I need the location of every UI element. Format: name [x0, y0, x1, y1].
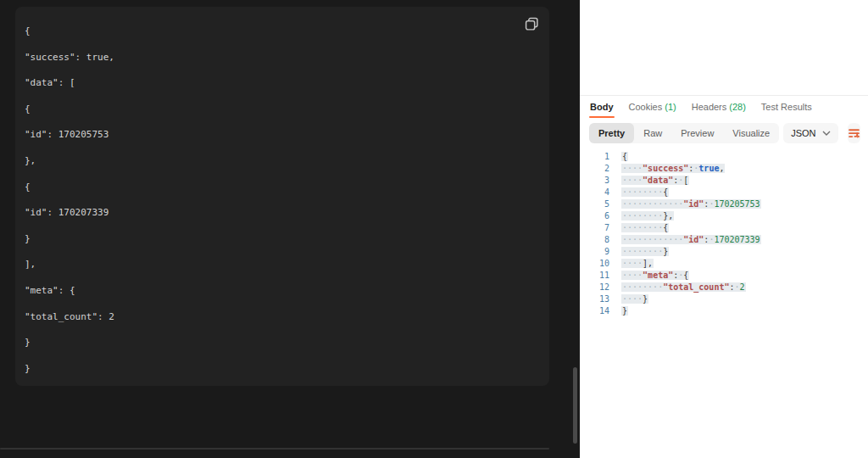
- selection-highlight: ····"success":·true,: [621, 164, 725, 173]
- selection-highlight: ········},: [621, 211, 674, 221]
- raw-json-text: { "success": true, "data": [ { "id": 170…: [25, 25, 515, 375]
- response-tabs: BodyCookies(1)Headers(28)Test Results: [589, 96, 813, 120]
- token-k: "data": [643, 176, 673, 185]
- vertical-scrollbar[interactable]: [573, 367, 577, 444]
- view-mode-visualize[interactable]: Visualize: [723, 123, 779, 143]
- token-p: {: [663, 187, 668, 197]
- tab-label: Cookies: [629, 102, 663, 112]
- token-p: ,: [719, 164, 724, 173]
- split-view: { "success": true, "data": [ { "id": 170…: [0, 0, 868, 458]
- copy-button[interactable]: [522, 16, 541, 35]
- code-block: { "success": true, "data": [ { "id": 170…: [15, 7, 549, 386]
- token-p: },: [663, 211, 673, 221]
- tab-label: Test Results: [761, 102, 812, 112]
- code-line: 6········},: [580, 210, 868, 222]
- dark-code-pane: { "success": true, "data": [ { "id": 170…: [0, 0, 580, 458]
- selection-highlight: {: [621, 152, 628, 161]
- indent-whitespace: ········: [622, 282, 663, 292]
- line-number: 12: [580, 282, 609, 293]
- line-number: 8: [580, 234, 609, 246]
- line-number: 3: [580, 175, 609, 187]
- indent-whitespace: ····: [622, 259, 643, 268]
- line-content: ····"meta":·{: [621, 270, 689, 282]
- line-number: 2: [580, 163, 609, 175]
- token-p: }: [643, 294, 648, 304]
- token-n: 2: [740, 282, 745, 292]
- selection-highlight: ····"data":·[: [621, 176, 689, 185]
- selection-highlight: ········{: [621, 187, 669, 197]
- code-line: 9········}: [580, 246, 868, 258]
- line-content: ········}: [621, 246, 669, 258]
- view-mode-raw[interactable]: Raw: [634, 123, 671, 143]
- code-line: 12········"total_count":·2: [580, 282, 868, 293]
- copy-icon: [525, 17, 539, 31]
- code-line: 3····"data":·[: [580, 175, 868, 187]
- line-content: ········},: [621, 210, 674, 222]
- line-content: }: [621, 305, 628, 317]
- code-line: 11····"meta":·{: [580, 270, 868, 282]
- line-number: 7: [580, 222, 609, 234]
- token-p: [: [683, 176, 688, 185]
- indent-whitespace: ········: [622, 223, 663, 232]
- view-mode-pretty[interactable]: Pretty: [589, 123, 634, 143]
- line-content: ········"total_count":·2: [621, 282, 746, 293]
- token-p: }: [622, 306, 627, 316]
- wrap-text-icon: [848, 127, 860, 140]
- selection-highlight: ····],: [621, 259, 654, 268]
- line-number: 10: [580, 258, 609, 270]
- line-number: 13: [580, 293, 609, 305]
- code-line: 1{: [580, 151, 868, 163]
- code-line: 2····"success":·true,: [580, 163, 868, 175]
- format-dropdown[interactable]: JSON: [783, 123, 837, 143]
- indent-whitespace: ····: [622, 271, 643, 280]
- token-b: true: [698, 164, 719, 173]
- code-line: 5············"id":·170205753: [580, 198, 868, 210]
- tab-body[interactable]: Body: [589, 96, 615, 120]
- response-toolbar: PrettyRawPreviewVisualize JSON: [589, 123, 859, 143]
- code-line: 4········{: [580, 187, 868, 198]
- json-pretty-viewer[interactable]: 1{2····"success":·true,3····"data":·[4··…: [580, 151, 868, 317]
- tab-headers[interactable]: Headers(28): [691, 96, 747, 120]
- indent-whitespace: ····: [622, 294, 643, 304]
- tab-cookies[interactable]: Cookies(1): [628, 96, 677, 120]
- view-mode-preview[interactable]: Preview: [671, 123, 723, 143]
- token-k: "id": [683, 235, 704, 244]
- line-content: ····}: [621, 293, 648, 305]
- token-p: {: [622, 152, 627, 161]
- tab-count-badge: (28): [729, 102, 746, 112]
- indent-whitespace: ············: [622, 235, 683, 244]
- line-content: ············"id":·170205753: [621, 198, 761, 210]
- line-content: ········{: [621, 187, 669, 198]
- wrap-text-button[interactable]: [848, 123, 860, 143]
- selection-highlight: ········{: [621, 223, 669, 232]
- selection-highlight: ····"meta":·{: [621, 271, 689, 280]
- selection-highlight: ····}: [621, 294, 648, 304]
- token-k: "total_count": [663, 282, 729, 292]
- token-p: }: [663, 247, 668, 256]
- horizontal-scrollbar[interactable]: [0, 448, 549, 450]
- tab-test-results[interactable]: Test Results: [760, 96, 813, 120]
- line-content: ····],: [621, 258, 654, 270]
- indent-whitespace: ····: [622, 164, 643, 173]
- selection-highlight: ············"id":·170205753: [621, 199, 761, 209]
- token-k: "id": [683, 199, 704, 209]
- indent-whitespace: ········: [622, 187, 663, 197]
- tab-count-badge: (1): [665, 102, 676, 112]
- token-k: "success": [643, 164, 688, 173]
- code-line: 13····}: [580, 293, 868, 305]
- token-n: 170207339: [714, 235, 760, 244]
- indent-whitespace: ········: [622, 211, 663, 221]
- indent-whitespace: ····: [622, 176, 643, 185]
- code-line: 8············"id":·170207339: [580, 234, 868, 246]
- line-number: 6: [580, 210, 609, 222]
- response-pane: BodyCookies(1)Headers(28)Test Results Pr…: [580, 0, 868, 458]
- indent-whitespace: ············: [622, 199, 683, 209]
- selection-highlight: ············"id":·170207339: [621, 235, 761, 244]
- token-p: {: [683, 271, 688, 280]
- code-line: 14}: [580, 305, 868, 317]
- line-number: 4: [580, 187, 609, 198]
- code-line: 7········{: [580, 222, 868, 234]
- indent-whitespace: ········: [622, 247, 663, 256]
- line-number: 1: [580, 151, 609, 163]
- line-content: ········{: [621, 222, 669, 234]
